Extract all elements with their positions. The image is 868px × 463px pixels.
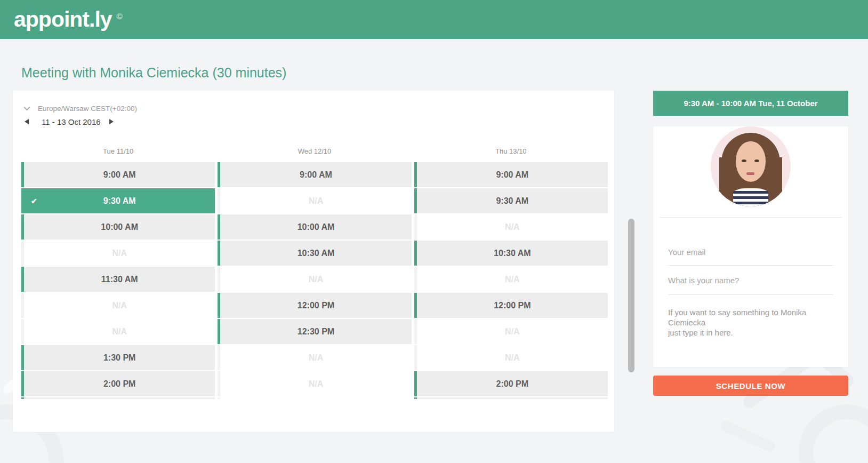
time-slot[interactable]: 9:00 AM (414, 162, 608, 187)
time-slot-label: N/A (505, 222, 520, 232)
time-slot[interactable]: 2:00 PM (414, 371, 608, 396)
time-slot-unavailable: N/A (218, 267, 411, 292)
email-field[interactable] (668, 239, 833, 266)
timezone-selector[interactable]: Europe/Warsaw CEST(+02:00) (23, 103, 137, 113)
day-column-header: Wed 12/10 (218, 147, 411, 157)
time-slot-label: N/A (309, 379, 324, 389)
copyright-mark: © (117, 12, 122, 21)
chevron-down-icon (23, 103, 30, 113)
time-slot-selected[interactable]: ✔9:30 AM (21, 188, 215, 213)
time-slot[interactable]: 9:00 AM (218, 162, 411, 187)
time-slot-unavailable: N/A (21, 293, 215, 318)
time-slot-label: N/A (112, 249, 127, 258)
day-column-slots: 9:00 AM9:30 AMN/A10:30 AMN/A12:00 PMN/AN… (414, 162, 608, 399)
divider (660, 217, 842, 218)
time-slot-label: 10:30 AM (298, 249, 335, 258)
time-slot-label: 9:30 AM (496, 196, 528, 206)
page-title: Meeting with Monika Ciemiecka (30 minute… (21, 65, 286, 81)
time-slot-label: 12:00 PM (494, 301, 531, 310)
day-column-slots: 9:00 AM✔9:30 AM10:00 AMN/A11:30 AMN/AN/A… (21, 162, 215, 399)
time-slot[interactable]: 10:00 AM (218, 214, 411, 240)
day-column-header: Tue 11/10 (21, 147, 215, 157)
time-slot-label: N/A (309, 196, 324, 206)
time-slot[interactable]: 12:30 PM (218, 319, 411, 344)
date-range-label: 11 - 13 Oct 2016 (42, 117, 101, 126)
time-slot-label: 9:00 AM (300, 170, 332, 180)
time-slot[interactable]: 12:00 PM (414, 293, 608, 318)
time-slot-unavailable: N/A (218, 345, 411, 370)
time-slot-label: 12:30 PM (298, 327, 334, 337)
time-slot-label: 1:30 PM (103, 353, 135, 363)
name-field[interactable] (668, 266, 833, 295)
time-slot-grid: Tue 11/109:00 AM✔9:30 AM10:00 AMN/A11:30… (21, 147, 608, 399)
time-slot-label: N/A (505, 353, 520, 363)
time-slot-label: 2:00 PM (496, 379, 528, 389)
schedule-now-button[interactable]: SCHEDULE NOW (653, 376, 848, 396)
time-slot-unavailable: N/A (21, 241, 215, 266)
time-slot-label: N/A (112, 301, 127, 310)
time-slot[interactable]: 11:30 AM (21, 267, 215, 292)
time-slot-unavailable: N/A (21, 319, 215, 344)
avatar (711, 126, 791, 206)
time-slot-label: N/A (505, 275, 520, 284)
time-slot-unavailable: N/A (218, 371, 411, 396)
day-column-header: Thu 13/10 (414, 147, 608, 157)
page-scrollbar-thumb[interactable] (628, 219, 634, 372)
booking-sidebar: 9:30 AM - 10:00 AM Tue, 11 October SCHED… (653, 91, 848, 396)
time-slot-label: 10:30 AM (494, 249, 531, 258)
time-slot[interactable]: 10:30 AM (218, 241, 411, 266)
booking-form-panel (653, 126, 848, 367)
date-navigation: 11 - 13 Oct 2016 (25, 116, 114, 127)
time-slot-label: 12:00 PM (298, 301, 334, 310)
time-slot-label: 9:30 AM (103, 196, 136, 206)
time-slot[interactable]: 1:30 PM (21, 345, 215, 370)
time-slot-unavailable: N/A (414, 214, 608, 240)
time-slot-label: 11:30 AM (101, 275, 138, 284)
time-slot[interactable] (414, 397, 608, 399)
time-slot-unavailable (218, 397, 411, 399)
day-column: Thu 13/109:00 AM9:30 AMN/A10:30 AMN/A12:… (414, 147, 608, 399)
time-slot-label: N/A (112, 327, 127, 337)
time-slot-label: N/A (505, 327, 520, 337)
time-slot-unavailable: N/A (218, 188, 411, 213)
time-slot[interactable]: 10:30 AM (414, 241, 608, 266)
day-column: Wed 12/109:00 AMN/A10:00 AM10:30 AMN/A12… (218, 147, 411, 399)
message-field[interactable] (668, 304, 833, 355)
time-slot[interactable]: 9:30 AM (414, 188, 608, 213)
timezone-label: Europe/Warsaw CEST(+02:00) (38, 105, 137, 113)
app-header: appoint.ly© (0, 0, 868, 39)
app-logo[interactable]: appoint.ly© (14, 7, 122, 32)
scheduler-card: Europe/Warsaw CEST(+02:00) 11 - 13 Oct 2… (13, 91, 614, 432)
time-slot[interactable]: 2:00 PM (21, 371, 215, 396)
time-slot-unavailable: N/A (414, 345, 608, 370)
time-slot[interactable]: 10:00 AM (21, 214, 215, 240)
time-slot[interactable]: 9:00 AM (21, 162, 215, 187)
time-slot-unavailable: N/A (414, 319, 608, 344)
selected-slot-summary: 9:30 AM - 10:00 AM Tue, 11 October (653, 91, 848, 116)
time-slot-label: 10:00 AM (298, 222, 335, 232)
time-slot-unavailable: N/A (414, 267, 608, 292)
time-slot-label: N/A (309, 353, 324, 363)
check-icon: ✔ (31, 197, 37, 205)
time-slot[interactable]: 12:00 PM (218, 293, 411, 318)
day-column: Tue 11/109:00 AM✔9:30 AM10:00 AMN/A11:30… (21, 147, 215, 399)
time-slot[interactable] (21, 397, 215, 399)
time-slot-label: 2:00 PM (103, 379, 135, 389)
time-slot-label: 9:00 AM (103, 170, 136, 180)
next-dates-arrow-icon[interactable] (109, 119, 114, 124)
previous-dates-arrow-icon[interactable] (25, 119, 29, 124)
time-slot-label: 9:00 AM (496, 170, 528, 180)
app-logo-text: appoint.ly (14, 7, 112, 31)
time-slot-label: 10:00 AM (101, 222, 138, 232)
day-column-slots: 9:00 AMN/A10:00 AM10:30 AMN/A12:00 PM12:… (218, 162, 411, 399)
time-slot-label: N/A (309, 275, 324, 284)
